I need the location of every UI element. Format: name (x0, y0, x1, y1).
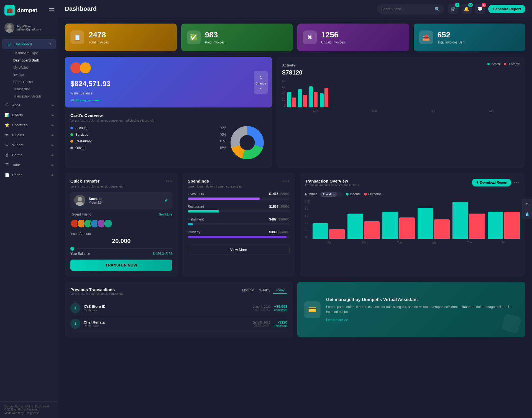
card-overview: Card's Overview Lorem ipsum dolor sit am… (65, 107, 272, 168)
period-tabs: Monthly Weekly Today (239, 287, 287, 294)
sub-transaction[interactable]: Transaction (9, 86, 58, 93)
charts-label: Charts (12, 113, 23, 117)
page-title: Dashboard (65, 5, 373, 12)
qt-menu-button[interactable]: ••• (166, 179, 172, 184)
services-label: Services (75, 133, 88, 137)
cart-badge: 2 (455, 3, 459, 7)
txn-bar-group (418, 208, 450, 239)
sub-my-wallet[interactable]: My Wallet (9, 64, 58, 71)
spendings-menu-button[interactable]: ••• (283, 179, 290, 184)
sidebar-item-apps[interactable]: ① Apps ▶ (0, 100, 58, 110)
download-icon: ⬇ (476, 181, 479, 184)
spend-item: Investment $1415 /$2000 (188, 192, 290, 200)
slider-handle (70, 247, 74, 251)
va-learn-more-link[interactable]: Learn more >> (326, 318, 348, 322)
amount-label: Insert Amount (70, 232, 172, 236)
sidebar-item-bootstrap[interactable]: ⭐ Bootstrap ▶ (0, 120, 58, 130)
analytics-option[interactable]: Analytics (320, 192, 337, 197)
txn-menu-button[interactable]: ••• (513, 180, 520, 185)
sidebar-item-dashboard[interactable]: ⊞ Dashboard ▼ (2, 39, 56, 49)
search-box[interactable]: 🔍 (377, 4, 444, 14)
sub-invoices[interactable]: Invoices (9, 71, 58, 78)
stat-card-total-invoices: 📋 2478 Total Invoices (65, 24, 177, 51)
chevron-right-icon: ▶ (52, 104, 54, 107)
svg-point-2 (78, 197, 82, 201)
account-pct: 20% (219, 126, 226, 130)
filter-number[interactable]: Number (305, 192, 317, 196)
txn-day-label: Tue (397, 241, 402, 244)
spend-amount: $1567 (269, 205, 278, 209)
restaurant-pct: 15% (219, 139, 226, 143)
tab-monthly[interactable]: Monthly (239, 287, 257, 294)
cart-button[interactable]: 🛒 2 (448, 4, 458, 14)
stats-row: 📋 2478 Total Invoices ✅ 983 Paid Invoice… (65, 24, 525, 51)
sub-dashboard-light[interactable]: Dashboard Light (9, 50, 58, 57)
hamburger-button[interactable] (49, 8, 54, 12)
chevron-right-icon-8: ▶ (52, 173, 54, 176)
analytics-toggle-off[interactable] (337, 192, 342, 197)
txn-income-bar (382, 212, 398, 239)
filter-outcome[interactable]: Outcome (364, 192, 382, 196)
card-overview-title-row: Card's Overview (70, 113, 267, 118)
tab-today[interactable]: Today (273, 287, 287, 294)
svg-point-3 (76, 202, 84, 206)
transfer-now-button[interactable]: TRANSFER NOW (70, 260, 172, 271)
total-invoices-info: 2478 Total Invoices (89, 30, 109, 44)
card-overview-desc: Lorem ipsum dolor sit amet, consectetur … (70, 119, 267, 122)
sidebar: 💼 dompet Hi, William william@gmail.com ⊞… (0, 0, 58, 418)
balance-row: Your Balance $ 456,345.62 (70, 252, 172, 256)
txn-bar-group (452, 202, 485, 239)
txn-income-bar (418, 208, 433, 239)
txn-bar-chart (313, 200, 520, 239)
generate-report-button[interactable]: Generate Report (488, 5, 525, 13)
txn-item-type: Cashback (84, 309, 250, 312)
txn-item-name: Chef Renata (84, 320, 249, 324)
sub-dashboard-dark[interactable]: Dashboard Dark (9, 57, 58, 64)
txn-day-label: Mon (362, 241, 367, 244)
sidebar-item-pages[interactable]: 📄 Pages ▶ (0, 170, 58, 180)
search-icon[interactable]: 🔍 (434, 6, 440, 12)
mid-row: $824,571.93 Wallet Balance +0,8% than la… (65, 57, 525, 168)
sub-transaction-details[interactable]: Transaction Details (9, 93, 58, 100)
see-more-button[interactable]: See More (159, 213, 172, 216)
sub-cards-center[interactable]: Cards Center (9, 78, 58, 86)
sidebar-item-charts[interactable]: 📊 Charts ▶ (0, 110, 58, 120)
widget-label: Widget (12, 143, 23, 147)
footer-copy: © 2021 All Rights Reserved (4, 408, 54, 411)
download-report-button[interactable]: ⬇ Download Report (472, 179, 511, 186)
txn-outcome-bar (399, 217, 415, 239)
txn-list-item: ⬇ Chef Renata Restaurant June 5, 2020 08… (70, 316, 287, 332)
bell-button[interactable]: 🔔 12 (462, 4, 472, 14)
header: Dashboard 🔍 🛒 2 🔔 12 💬 8 Generate Report (58, 0, 532, 18)
footer-made: Made with ❤ by DesignZone (4, 412, 54, 415)
wallet-change-button[interactable]: ↻ Change ▼ (254, 71, 268, 94)
contact-name: Samuel (89, 197, 103, 201)
view-more-button[interactable]: View More (188, 245, 290, 255)
recent-friends-label: Recent Friend (70, 212, 91, 216)
spend-amounts: $1415 /$2000 (269, 192, 290, 196)
sidebar-nav: ⊞ Dashboard ▼ Dashboard Light Dashboard … (0, 36, 58, 401)
tab-weekly[interactable]: Weekly (257, 287, 273, 294)
amount-slider[interactable] (70, 247, 172, 251)
contact-check-icon: ✔ (164, 197, 168, 203)
income-circle (487, 63, 490, 65)
txn-item-name: XYZ Store ID (84, 304, 250, 309)
txn-item-info: Chef Renata Restaurant (84, 320, 249, 328)
sidebar-item-forms[interactable]: 🖨 Forms ▶ (0, 150, 58, 160)
txn-y-axis: 020406080100 (305, 200, 311, 239)
sidebar-item-plugins[interactable]: ❤ Plugins ▶ (0, 130, 58, 140)
sidebar-item-widget[interactable]: ⚙ Widget ▶ (0, 140, 58, 150)
txn-item-date-area: June 5, 2020 08:20:10 AM (253, 321, 270, 327)
prev-txn-header: Previous Transactions Lorem ipsum dolor … (70, 287, 287, 299)
recent-friends-row: Recent Friend See More (70, 212, 172, 216)
sidebar-item-table[interactable]: ☰ Table ▶ (0, 160, 58, 170)
message-button[interactable]: 💬 8 (475, 4, 485, 14)
income-legend: Income (487, 62, 501, 66)
txn-outcome-bar (364, 221, 380, 239)
total-invoices-label: Total Invoices (89, 40, 109, 44)
search-input[interactable] (381, 7, 432, 11)
water-side-button[interactable]: 💧 (522, 209, 532, 219)
settings-side-button[interactable]: ⚙ (522, 199, 532, 209)
filter-income[interactable]: Income (346, 192, 361, 196)
analytics-toggle[interactable]: Analytics (320, 192, 342, 197)
